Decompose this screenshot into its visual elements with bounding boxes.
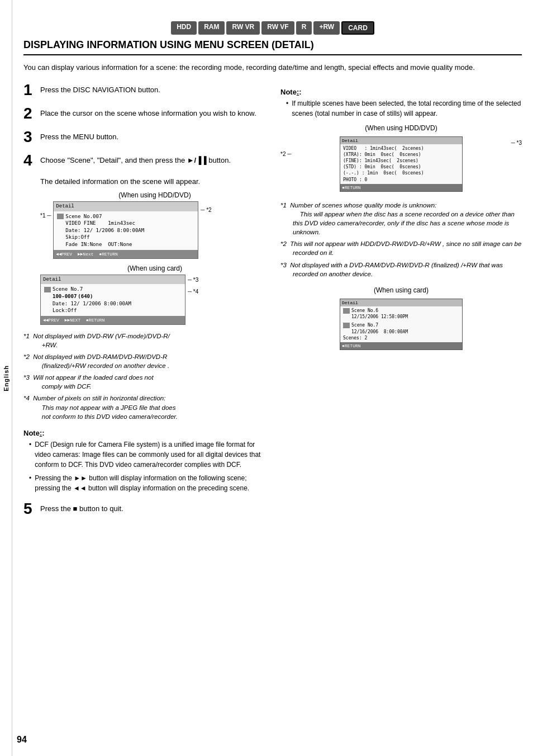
step-3-number: 3 [23, 129, 36, 145]
step-4: 4 Choose "Scene", "Detail", and then pre… [23, 153, 269, 168]
left-column: 1 Press the DISC NAVIGATION button. 2 Pl… [23, 82, 269, 525]
hdd-screen-title: Detail [54, 202, 198, 211]
right-fn-2: *2 This will not appear with HDD/DVD-RW/… [280, 239, 522, 257]
left-note-bullet-1: DCF (Design rule for Camera File system)… [29, 440, 269, 470]
right-hdd-title: Detail [340, 137, 462, 144]
intro-text: You can display various information for … [23, 62, 522, 73]
right-hdd-screen-wrap: *2 ─ Detail VIDEO : 1min43sec( 2scenes) … [280, 134, 522, 195]
hdd-screen-section: (When using HDD/DVD) *1 ─ Detail Scene N… [40, 191, 269, 259]
hdd-screen-label: (When using HDD/DVD) [40, 191, 269, 199]
main-content: DISPLAYING INFORMATION USING MENU SCREEN… [12, 34, 533, 536]
footnote-2: *2 Not displayed with DVD-RAM/DVD-RW/DVD… [23, 352, 269, 370]
step-3: 3 Press the MENU button. [23, 129, 269, 145]
right-hdd-bottom: ●RETURN [340, 184, 462, 191]
right-card-section: (When using card) Detail Scene No.6 12/1… [280, 286, 522, 352]
sidebar: English [0, 0, 12, 756]
right-card-title: Detail [340, 299, 462, 306]
right-fn-1: *1 Number of scenes whose quality mode i… [280, 201, 522, 237]
right-card-bottom: ●RETURN [340, 342, 462, 349]
step-1: 1 Press the DISC NAVIGATION button. [23, 82, 269, 98]
step-1-number: 1 [23, 82, 36, 98]
right-note-bullet-1: If multiple scenes have been selected, t… [286, 98, 522, 119]
annotation-ptr-2-left: ─ *2 [201, 207, 211, 213]
right-card-label: (When using card) [280, 286, 522, 294]
tab-card[interactable]: CARD [341, 21, 374, 35]
right-card-screen: Detail Scene No.6 12/15/2006 12:58:00PM … [340, 299, 463, 350]
left-footnotes: *1 Not displayed with DVD-RW (VF-mode)/D… [23, 332, 269, 421]
left-note-bullet-2: Pressing the ►► button will display info… [29, 473, 269, 493]
tab-ram[interactable]: RAM [198, 21, 225, 35]
hdd-screen-bottom: ◄◄PREV ►►Next ●RETURN [54, 250, 198, 258]
annotation-ptr-3-left: ─ *3 [188, 277, 198, 283]
right-hdd-section: (When using HDD/DVD) *2 ─ Detail VIDEO :… [280, 124, 522, 195]
step-3-text: Press the MENU button. [40, 129, 118, 143]
tab-hdd[interactable]: HDD [171, 21, 197, 35]
left-note-section: Note: DCF (Design rule for Camera File s… [23, 429, 269, 493]
tab-r[interactable]: R [296, 21, 312, 35]
step-2: 2 Place the cursor on the scene whose in… [23, 106, 269, 121]
right-note-section: Note: If multiple scenes have been selec… [280, 88, 522, 119]
step-4-text: Choose "Scene", "Detail", and then press… [40, 153, 231, 166]
step-5: 5 Press the ■ button to quit. [23, 501, 269, 517]
two-column-layout: 1 Press the DISC NAVIGATION button. 2 Pl… [23, 82, 522, 525]
card-screen-box: Detail Scene No.7 100-0007(640) Date: 12… [40, 275, 185, 325]
left-note-title: Note: [23, 429, 269, 437]
right-note-title: Note: [280, 88, 522, 96]
step-2-number: 2 [23, 106, 36, 121]
card-screen-bottom: ◄◄PREV ►►NEXT ●RETURN [41, 316, 185, 324]
card-screen-section: (When using card) Detail Scene No.7 100-… [40, 264, 269, 325]
annotation-ptr-4-left: ─ *4 [188, 289, 198, 295]
footnote-3: *3 Will not appear if the loaded card do… [23, 373, 269, 391]
right-ptr-2: *2 ─ [280, 151, 291, 157]
step-5-text: Press the ■ button to quit. [40, 501, 123, 514]
sidebar-label: English [3, 365, 9, 391]
annotation-ptr-1-left: *1 ─ [40, 212, 51, 219]
footnote-1: *1 Not displayed with DVD-RW (VF-mode)/D… [23, 332, 269, 349]
step-4-number: 4 [23, 153, 36, 168]
right-footnotes: *1 Number of scenes whose quality mode i… [280, 201, 522, 278]
step-2-text: Place the cursor on the scene whose info… [40, 106, 256, 119]
card-screen-title: Detail [41, 275, 185, 285]
card-screen-label: (When using card) [40, 264, 269, 272]
step4-subtext: The detailed information on the scene wi… [40, 176, 269, 187]
right-hdd-label: (When using HDD/DVD) [280, 124, 522, 132]
tab-plusrw[interactable]: +RW [313, 21, 340, 35]
page-number: 94 [17, 735, 27, 745]
tab-rwvf[interactable]: RW VF [261, 21, 294, 35]
step-1-text: Press the DISC NAVIGATION button. [40, 82, 160, 96]
page-title: DISPLAYING INFORMATION USING MENU SCREEN… [23, 39, 522, 55]
right-hdd-screen: Detail VIDEO : 1min43sec( 2scenes) (XTRA… [340, 136, 463, 192]
step-5-number: 5 [23, 501, 36, 517]
right-ptr-3: ─ *3 [511, 140, 522, 146]
hdd-screen-box: Detail Scene No.007 VIDEO FINE 1min43sec… [53, 201, 198, 259]
tab-rwvr[interactable]: RW VR [226, 21, 260, 35]
right-column: Note: If multiple scenes have been selec… [280, 82, 522, 525]
right-fn-3: *3 Not displayed with a DVD-RAM/DVD-RW/D… [280, 261, 522, 278]
footnote-4: *4 Number of pixels on still in horizont… [23, 394, 269, 420]
